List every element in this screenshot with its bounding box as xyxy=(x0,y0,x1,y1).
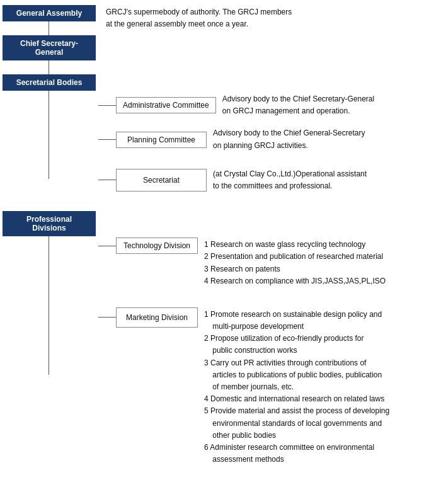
h-to-marketing xyxy=(98,317,116,318)
planning-description: Advisory body to the Chief General-Secre… xyxy=(207,125,371,154)
mkt-item-2: 2 Propose utilization of eco-friendly pr… xyxy=(204,333,389,357)
professional-to-children-vline xyxy=(49,236,49,375)
tech-item-2: 2 Presentation and publication of resear… xyxy=(204,251,386,263)
tech-item-1: 1 Research on waste glass recycling tech… xyxy=(204,239,386,251)
marketing-division-box: Marketing Division xyxy=(116,307,198,328)
mkt-item-1: 1 Promote research on sustainable design… xyxy=(204,309,389,333)
mkt-item-6: 6 Administer research committee on envir… xyxy=(204,442,389,466)
admin-description: Advisory body to the Chief Secretary-Gen… xyxy=(216,91,381,120)
marketing-description: 1 Promote research on sustainable design… xyxy=(198,307,396,467)
mkt-item-5: 5 Provide material and assist the proces… xyxy=(204,405,389,442)
tech-item-4: 4 Research on compliance with JIS,JASS,J… xyxy=(204,275,386,287)
secretarial-to-children-vline xyxy=(49,91,49,179)
tech-item-3: 3 Research on patents xyxy=(204,263,386,275)
technology-description: 1 Research on waste glass recycling tech… xyxy=(198,238,392,289)
h-to-secretariat xyxy=(98,180,116,180)
admin-committee-box: Administrative Committee xyxy=(116,97,216,113)
h-to-planning xyxy=(98,139,116,140)
ga-description: GRCJ's supermebody of authority. The GRC… xyxy=(98,5,299,33)
h-to-tech xyxy=(98,246,116,246)
general-assembly-box: General Assembly xyxy=(3,5,96,21)
technology-division-box: Technology Division xyxy=(116,238,198,254)
chief-secretary-box: Chief Secretary-General xyxy=(3,35,96,60)
h-to-admin xyxy=(98,105,116,106)
ga-to-chief-line xyxy=(49,21,49,35)
chief-to-secretarial-line xyxy=(49,60,49,74)
secretarial-bodies-box: Secretarial Bodies xyxy=(3,74,96,91)
secretariat-description: (at Crystal Clay Co.,Ltd.)Operational as… xyxy=(207,166,373,195)
planning-committee-box: Planning Committee xyxy=(116,132,207,148)
secretariat-box: Secretariat xyxy=(116,169,207,192)
mkt-item-4: 4 Domestic and international research on… xyxy=(204,393,389,405)
professional-divisions-box: Professional Divisions xyxy=(3,211,96,236)
org-chart: General Assembly GRCJ's supermebody of a… xyxy=(0,0,441,472)
mkt-item-3: 3 Carry out PR activities through contri… xyxy=(204,357,389,394)
